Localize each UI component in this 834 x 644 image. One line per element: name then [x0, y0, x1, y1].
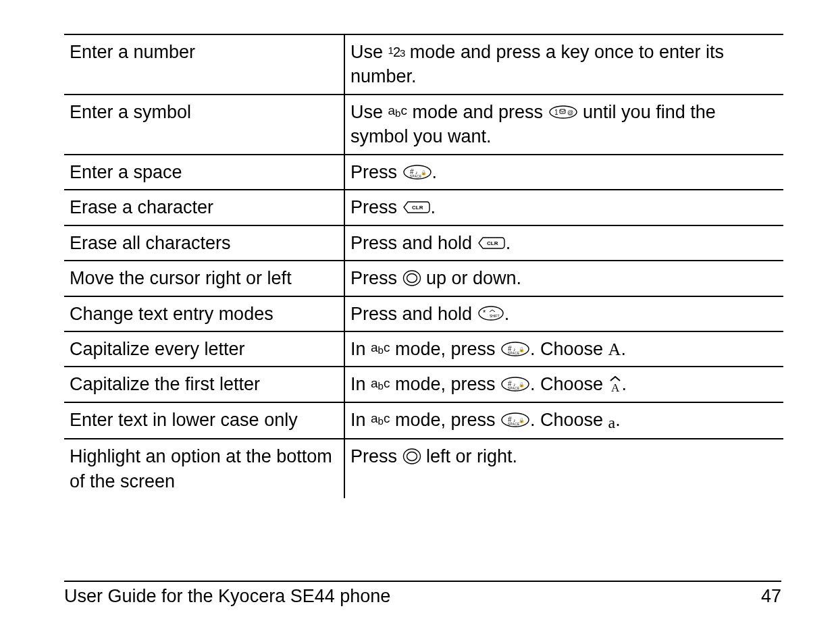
- action-description: In abc mode, press . Choose a.: [344, 402, 783, 439]
- nav-ring-icon: [402, 448, 421, 464]
- table-row: Capitalize every letterIn abc mode, pres…: [64, 331, 783, 367]
- page-footer: User Guide for the Kyocera SE44 phone 47: [64, 581, 781, 607]
- action-label: Erase all characters: [64, 225, 344, 261]
- mode-abc-icon: abc: [388, 110, 407, 113]
- action-description: Press and hold .: [344, 296, 783, 331]
- table-row: Highlight an option at the bottom of the…: [64, 439, 783, 498]
- action-label: Change text entry modes: [64, 296, 344, 331]
- key-space-icon: [500, 377, 530, 392]
- key-clr-icon: [477, 236, 506, 250]
- table-row: Enter a numberUse 123 mode and press a k…: [64, 34, 783, 95]
- table-row: Erase a characterPress .: [64, 190, 783, 225]
- mode-abc-icon: abc: [371, 418, 390, 421]
- mode-abc-icon: abc: [371, 383, 390, 386]
- action-description: In abc mode, press . Choose A.: [344, 331, 783, 367]
- action-label: Capitalize every letter: [64, 331, 344, 367]
- mode-abc-icon: abc: [371, 347, 390, 350]
- action-label: Enter text in lower case only: [64, 402, 344, 439]
- table-row: Move the cursor right or leftPress up or…: [64, 261, 783, 296]
- key-space-icon: [500, 412, 530, 427]
- key-space-icon: [500, 342, 530, 356]
- key-space-icon: [402, 165, 432, 180]
- mode-123-icon: 123: [388, 51, 405, 53]
- choose-uppercase-a-icon: A: [608, 340, 621, 359]
- action-description: Use 123 mode and press a key once to ent…: [344, 34, 783, 95]
- footer-title: User Guide for the Kyocera SE44 phone: [64, 586, 390, 607]
- choose-a-hat-icon: [608, 375, 622, 393]
- action-label: Highlight an option at the bottom of the…: [64, 439, 344, 498]
- footer-page-number: 47: [761, 586, 781, 607]
- text-entry-table: Enter a numberUse 123 mode and press a k…: [64, 34, 783, 498]
- table-row: Enter a spacePress .: [64, 155, 783, 190]
- table-row: Enter text in lower case onlyIn abc mode…: [64, 402, 783, 439]
- action-description: Use abc mode and press until you find th…: [344, 95, 783, 155]
- table-row: Change text entry modesPress and hold .: [64, 296, 783, 331]
- key-shift-icon: [477, 306, 504, 321]
- key-1-sym-icon: [548, 105, 578, 119]
- action-description: Press .: [344, 190, 783, 225]
- action-label: Erase a character: [64, 190, 344, 225]
- action-label: Enter a number: [64, 34, 344, 95]
- action-label: Capitalize the first letter: [64, 367, 344, 402]
- key-clr-icon: [402, 200, 431, 215]
- table-row: Erase all charactersPress and hold .: [64, 225, 783, 261]
- action-label: Move the cursor right or left: [64, 261, 344, 296]
- action-label: Enter a space: [64, 155, 344, 190]
- action-description: In abc mode, press . Choose .: [344, 367, 783, 402]
- action-description: Press and hold .: [344, 225, 783, 261]
- table-row: Enter a symbolUse abc mode and press unt…: [64, 95, 783, 155]
- action-description: Press .: [344, 155, 783, 190]
- table-row: Capitalize the first letterIn abc mode, …: [64, 367, 783, 402]
- nav-ring-icon: [402, 270, 421, 286]
- action-label: Enter a symbol: [64, 95, 344, 155]
- action-description: Press up or down.: [344, 261, 783, 296]
- action-description: Press left or right.: [344, 439, 783, 498]
- choose-lowercase-a-icon: a: [608, 414, 616, 431]
